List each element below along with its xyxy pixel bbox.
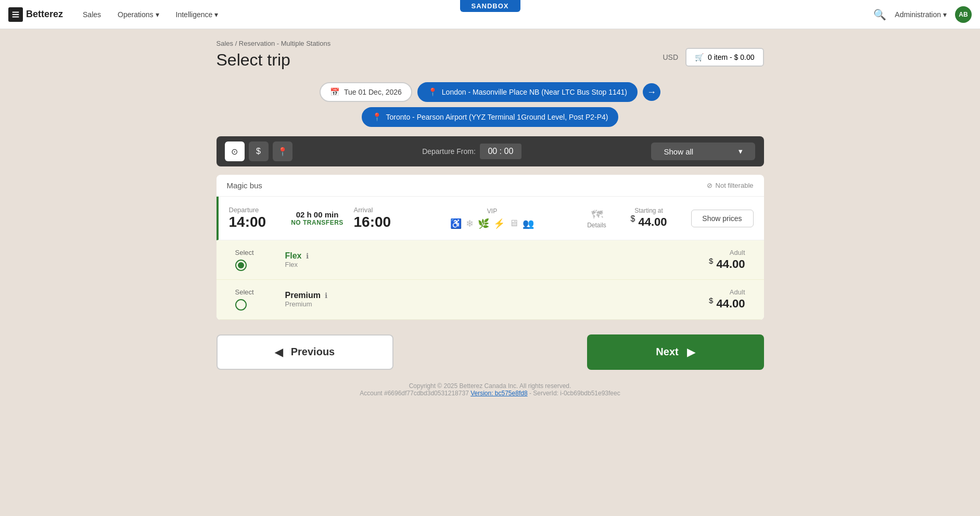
trip-row[interactable]: Departure 14:00 02 h 00 min NO TRANSFERS… bbox=[217, 197, 764, 240]
chevron-down-icon: ▾ bbox=[156, 10, 159, 19]
chevron-down-icon: ▾ bbox=[214, 10, 218, 19]
show-all-button[interactable]: Show all ▾ bbox=[651, 143, 755, 160]
map-icon: 🗺 bbox=[579, 208, 615, 222]
nav-intelligence[interactable]: Intelligence ▾ bbox=[169, 6, 226, 23]
show-prices-button[interactable]: Show prices bbox=[691, 210, 754, 227]
nav-operations[interactable]: Operations ▾ bbox=[110, 6, 166, 23]
fare-name-col: Flex ℹ Flex bbox=[277, 251, 667, 268]
main-content: Sales / Reservation - Multiple Stations … bbox=[204, 29, 777, 418]
lightning-icon: ⚡ bbox=[493, 218, 505, 229]
fare-expansion: Select Flex ℹ Flex Adult $ 44.00 bbox=[217, 240, 764, 320]
left-arrow-icon: ◀ bbox=[275, 346, 283, 358]
trip-amenities: VIP ♿ ❄ 🌿 ⚡ 🖥 👥 bbox=[406, 208, 579, 229]
destination-filter-pill[interactable]: 📍 Toronto - Pearson Airport (YYZ Termina… bbox=[362, 107, 619, 127]
fare-price-col: Adult $ 44.00 bbox=[667, 288, 745, 311]
footer: Copyright © 2025 Betterez Canada Inc. Al… bbox=[217, 382, 764, 397]
previous-button[interactable]: ◀ Previous bbox=[217, 334, 393, 370]
leaf-icon: 🌿 bbox=[478, 218, 489, 229]
trip-price: Starting at $ 44.00 bbox=[615, 207, 683, 229]
nav-sales[interactable]: Sales bbox=[75, 6, 108, 23]
fare-radio-premium[interactable] bbox=[235, 299, 247, 311]
fare-select-col: Select bbox=[235, 288, 277, 311]
cart-icon: 🛒 bbox=[695, 53, 704, 61]
results-container: Magic bus ⊘ Not filterable Departure 14:… bbox=[217, 175, 764, 320]
filter-row: 📅 Tue 01 Dec, 2026 📍 London - Masonville… bbox=[217, 82, 764, 127]
date-filter-pill[interactable]: 📅 Tue 01 Dec, 2026 bbox=[320, 82, 412, 102]
location-icon: 📍 bbox=[372, 112, 382, 122]
sort-price-button[interactable]: $ bbox=[249, 141, 269, 161]
departure-time-input[interactable] bbox=[480, 144, 521, 159]
calendar-icon: 📅 bbox=[330, 87, 340, 97]
monitor-icon: 🖥 bbox=[509, 218, 518, 229]
nav-right: 🔍 Administration ▾ AB bbox=[873, 6, 972, 23]
arrow-right-icon: → bbox=[647, 87, 656, 98]
dollar-icon: $ bbox=[256, 147, 261, 156]
people-icon: 👥 bbox=[523, 218, 534, 229]
toolbar: ⊙ $ 📍 Departure From: Show all ▾ bbox=[217, 136, 764, 166]
info-icon[interactable]: ℹ bbox=[325, 291, 327, 300]
fare-radio-flex[interactable] bbox=[235, 260, 247, 271]
operator-header: Magic bus ⊘ Not filterable bbox=[217, 175, 764, 197]
fare-row: Select Premium ℹ Premium Adult $ 44.00 bbox=[217, 280, 764, 319]
app-name: Betterez bbox=[26, 9, 63, 20]
version-link[interactable]: Version: bc575e8fd8 bbox=[470, 390, 527, 397]
fare-select-col: Select bbox=[235, 249, 277, 271]
next-button[interactable]: Next ▶ bbox=[587, 334, 764, 370]
app-logo[interactable]: Betterez bbox=[8, 7, 63, 22]
wheelchair-icon: ♿ bbox=[450, 218, 462, 229]
cart-button[interactable]: 🛒 0 item - $ 0.00 bbox=[685, 48, 764, 67]
page-title: Select trip bbox=[217, 50, 331, 70]
chevron-down-icon: ▾ bbox=[943, 10, 947, 19]
sort-time-button[interactable]: ⊙ bbox=[225, 141, 245, 161]
trip-arrival: Arrival 16:00 bbox=[354, 206, 406, 230]
search-button[interactable]: 🔍 bbox=[873, 8, 886, 21]
sandbox-banner: SANDBOX bbox=[460, 0, 520, 12]
fare-name-col: Premium ℹ Premium bbox=[277, 291, 667, 308]
operator-name: Magic bus bbox=[227, 181, 262, 190]
info-icon[interactable]: ℹ bbox=[306, 252, 309, 260]
top-navigation: Betterez SANDBOX Sales Operations ▾ Inte… bbox=[0, 0, 980, 29]
not-filterable-badge: ⊘ Not filterable bbox=[707, 182, 754, 189]
departure-from-label: Departure From: bbox=[422, 147, 476, 156]
fare-row: Select Flex ℹ Flex Adult $ 44.00 bbox=[217, 240, 764, 280]
clock-sort-icon: ⊙ bbox=[231, 147, 238, 157]
logo-icon bbox=[8, 7, 23, 22]
nav-buttons: ◀ Previous Next ▶ bbox=[217, 334, 764, 370]
location-icon: 📍 bbox=[428, 87, 438, 97]
search-icon: 🔍 bbox=[873, 9, 886, 20]
pin-icon: 📍 bbox=[277, 147, 288, 157]
fare-price-col: Adult $ 44.00 bbox=[667, 249, 745, 271]
chevron-down-icon: ▾ bbox=[739, 147, 743, 156]
sort-location-button[interactable]: 📍 bbox=[273, 141, 292, 161]
trip-duration: 02 h 00 min NO TRANSFERS bbox=[281, 210, 354, 226]
currency-label: USD bbox=[663, 53, 678, 61]
trip-departure: Departure 14:00 bbox=[229, 206, 281, 230]
no-filter-icon: ⊘ bbox=[707, 182, 712, 189]
right-arrow-icon: ▶ bbox=[687, 346, 695, 358]
origin-filter-pill[interactable]: 📍 London - Masonville Place NB (Near LTC… bbox=[417, 82, 638, 102]
snowflake-icon: ❄ bbox=[466, 218, 474, 229]
breadcrumb: Sales / Reservation - Multiple Stations bbox=[217, 40, 331, 47]
trip-details[interactable]: 🗺 Details bbox=[579, 208, 615, 229]
direction-arrow-button[interactable]: → bbox=[643, 83, 660, 101]
user-avatar[interactable]: AB bbox=[955, 6, 972, 23]
administration-link[interactable]: Administration ▾ bbox=[895, 10, 947, 19]
